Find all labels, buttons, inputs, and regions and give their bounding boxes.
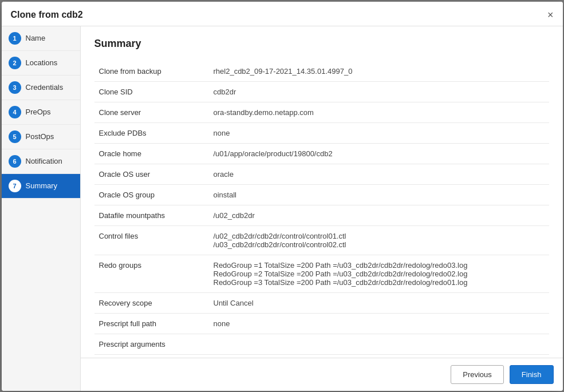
row-value: /u02_cdb2dr/cdb2dr/control/control01.ctl… xyxy=(209,225,549,255)
table-row: Recovery scopeUntil Cancel xyxy=(94,292,549,313)
modal-body: 1Name2Locations3Credentials4PreOps5PostO… xyxy=(2,26,563,391)
table-row: Clone SIDcdb2dr xyxy=(94,81,549,102)
content-area: Summary Clone from backuprhel2_cdb2_09-1… xyxy=(81,26,563,358)
row-label: Datafile mountpaths xyxy=(94,205,209,225)
row-label: Clone server xyxy=(94,102,209,122)
row-value: rhel2_cdb2_09-17-2021_14.35.01.4997_0 xyxy=(209,61,549,82)
row-value: /u01/app/oracle/product/19800/cdb2 xyxy=(209,143,549,164)
row-value: ora-standby.demo.netapp.com xyxy=(209,102,549,122)
row-label: Oracle OS user xyxy=(94,164,209,184)
step-badge-2: 2 xyxy=(9,57,21,69)
row-value: none xyxy=(209,122,549,143)
step-badge-4: 4 xyxy=(9,106,21,118)
sidebar-label-postops: PostOps xyxy=(26,132,54,141)
table-row: Clone from backuprhel2_cdb2_09-17-2021_1… xyxy=(94,61,549,82)
sidebar-item-name[interactable]: 1Name xyxy=(2,26,80,51)
step-badge-6: 6 xyxy=(9,155,21,168)
summary-table: Clone from backuprhel2_cdb2_09-17-2021_1… xyxy=(94,61,549,358)
table-row: Prescript full pathnone xyxy=(94,313,549,334)
row-value: oinstall xyxy=(209,184,549,205)
sidebar-label-notification: Notification xyxy=(26,157,62,165)
modal-footer: Previous Finish xyxy=(81,358,563,391)
sidebar-item-postops[interactable]: 5PostOps xyxy=(2,125,80,149)
finish-button[interactable]: Finish xyxy=(510,365,554,384)
row-label: Clone from backup xyxy=(94,61,209,82)
table-row: Datafile mountpaths/u02_cdb2dr xyxy=(94,205,549,225)
row-value: none xyxy=(209,313,549,334)
row-value xyxy=(209,334,549,354)
table-row: Prescript arguments xyxy=(94,334,549,354)
row-value: /u02_cdb2dr xyxy=(209,205,549,225)
table-row: Oracle OS groupoinstall xyxy=(94,184,549,205)
row-value: RedoGroup =1 TotalSize =200 Path =/u03_c… xyxy=(209,255,549,292)
row-label: Exclude PDBs xyxy=(94,122,209,143)
step-badge-5: 5 xyxy=(9,130,21,143)
row-label: Prescript arguments xyxy=(94,334,209,354)
row-label: Oracle home xyxy=(94,143,209,164)
table-row: Oracle OS useroracle xyxy=(94,164,549,184)
row-value: Until Cancel xyxy=(209,292,549,313)
table-row: Exclude PDBsnone xyxy=(94,122,549,143)
row-label: Prescript full path xyxy=(94,313,209,334)
row-label: Control files xyxy=(94,225,209,255)
sidebar-item-notification[interactable]: 6Notification xyxy=(2,149,80,174)
main-content: Summary Clone from backuprhel2_cdb2_09-1… xyxy=(81,26,563,391)
row-value: cdb2dr xyxy=(209,81,549,102)
close-button[interactable]: × xyxy=(547,10,554,20)
sidebar-item-summary[interactable]: 7Summary xyxy=(2,174,80,199)
table-row: Oracle home/u01/app/oracle/product/19800… xyxy=(94,143,549,164)
sidebar-label-locations: Locations xyxy=(26,58,58,67)
previous-button[interactable]: Previous xyxy=(451,365,504,384)
sidebar: 1Name2Locations3Credentials4PreOps5PostO… xyxy=(2,26,81,391)
step-badge-1: 1 xyxy=(9,32,21,45)
row-label: Redo groups xyxy=(94,255,209,292)
modal-overlay: Clone from cdb2 × 1Name2Locations3Creden… xyxy=(0,0,564,392)
sidebar-label-preops: PreOps xyxy=(26,108,51,116)
modal-title: Clone from cdb2 xyxy=(11,10,83,20)
sidebar-item-credentials[interactable]: 3Credentials xyxy=(2,76,80,100)
table-row: Redo groupsRedoGroup =1 TotalSize =200 P… xyxy=(94,255,549,292)
modal-header: Clone from cdb2 × xyxy=(2,2,563,26)
modal: Clone from cdb2 × 1Name2Locations3Creden… xyxy=(2,2,563,391)
row-value: oracle xyxy=(209,164,549,184)
step-badge-7: 7 xyxy=(9,180,21,192)
content-title: Summary xyxy=(94,38,549,50)
sidebar-label-name: Name xyxy=(26,34,46,42)
sidebar-label-summary: Summary xyxy=(26,181,58,190)
table-row: Control files/u02_cdb2dr/cdb2dr/control/… xyxy=(94,225,549,255)
table-row: Clone serverora-standby.demo.netapp.com xyxy=(94,102,549,122)
sidebar-item-locations[interactable]: 2Locations xyxy=(2,51,80,76)
row-label: Oracle OS group xyxy=(94,184,209,205)
row-label: Recovery scope xyxy=(94,292,209,313)
row-label: Clone SID xyxy=(94,81,209,102)
step-badge-3: 3 xyxy=(9,81,21,94)
sidebar-item-preops[interactable]: 4PreOps xyxy=(2,100,80,125)
sidebar-label-credentials: Credentials xyxy=(26,83,64,92)
